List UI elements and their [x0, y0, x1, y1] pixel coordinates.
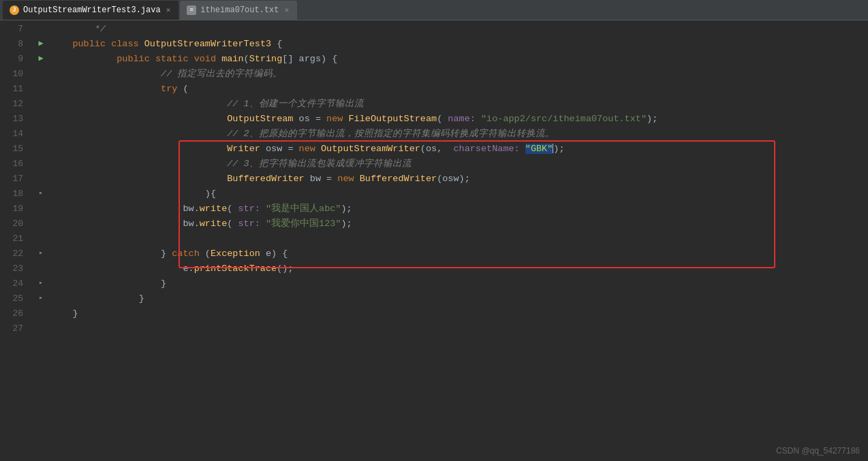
fold-arrow-18[interactable]: ▸: [39, 189, 43, 197]
tab-txt-close[interactable]: ✕: [283, 5, 290, 15]
ln-26: 26: [0, 306, 29, 321]
ln-11: 11: [0, 82, 29, 97]
ln-18: 18: [0, 187, 29, 202]
ln-15: 15: [0, 142, 29, 157]
gutter-27: [34, 320, 48, 335]
run-arrow-9[interactable]: ▶: [38, 53, 43, 63]
code-line-23: e.printStackTrace();: [48, 261, 868, 276]
gutter-8[interactable]: ▶: [34, 35, 48, 50]
gutter-26: [34, 305, 48, 320]
gutter-9[interactable]: ▶: [34, 50, 48, 65]
java-file-icon: J: [10, 5, 19, 15]
fold-arrow-25[interactable]: ▸: [39, 293, 43, 302]
gutter-7: [34, 20, 48, 35]
gutter-11: [34, 80, 48, 95]
gutter-16: [34, 155, 48, 170]
ln-23: 23: [0, 261, 29, 276]
ln-13: 13: [0, 112, 29, 127]
code-line-24: }: [48, 276, 868, 291]
tab-java-label: OutputStreamWriterTest3.java: [23, 5, 161, 15]
gutter-21: [34, 230, 48, 245]
gutter-15: [34, 140, 48, 155]
gutter-22[interactable]: ▸: [34, 245, 48, 260]
ln-20: 20: [0, 217, 29, 232]
ln-27: 27: [0, 321, 29, 336]
ln-10: 10: [0, 67, 29, 82]
ln-7: 7: [0, 22, 29, 37]
gutter-17: [34, 170, 48, 185]
code-line-25: }: [48, 291, 868, 306]
code-line-19: bw.write( str: "我是中国人abc");: [48, 202, 868, 217]
code-line-11: try (: [48, 82, 868, 97]
gutter-19: [34, 200, 48, 215]
ln-8: 8: [0, 37, 29, 52]
ln-19: 19: [0, 202, 29, 217]
gutter-23: [34, 260, 48, 275]
gutter-18[interactable]: ▸: [34, 185, 48, 200]
code-line-21: [48, 232, 868, 247]
gutter-10: [34, 65, 48, 80]
ln-12: 12: [0, 97, 29, 112]
ln-25: 25: [0, 291, 29, 306]
ln-9: 9: [0, 52, 29, 67]
code-content[interactable]: */ public class OutputStreamWriterTest3 …: [48, 20, 868, 461]
ln-17: 17: [0, 172, 29, 187]
ln-24: 24: [0, 276, 29, 291]
tab-java[interactable]: J OutputStreamWriterTest3.java ✕: [3, 1, 179, 20]
ln-21: 21: [0, 232, 29, 247]
code-line-13: OutputStream os = new FileOutputStream( …: [48, 112, 868, 127]
code-line-14: // 2、把原始的字节输出流，按照指定的字符集编码转换成字符输出转换流。: [48, 127, 868, 142]
ln-16: 16: [0, 157, 29, 172]
gutter-14: [34, 125, 48, 140]
code-area: 7 8 9 10 11 12 13 14 15 16 17 18 19 20 2…: [0, 20, 868, 461]
code-line-20: bw.write( str: "我爱你中国123");: [48, 217, 868, 232]
gutter-25[interactable]: ▸: [34, 290, 48, 305]
gutter-24[interactable]: ▸: [34, 275, 48, 290]
gutter: ▶ ▶ ▸ ▸ ▸ ▸: [34, 20, 48, 461]
tab-txt[interactable]: ≡ itheima07out.txt ✕: [180, 1, 297, 20]
code-line-9: public static void main(String[] args) {: [48, 52, 868, 67]
line-numbers: 7 8 9 10 11 12 13 14 15 16 17 18 19 20 2…: [0, 20, 34, 461]
code-line-26: }: [48, 306, 868, 321]
watermark: CSDN @qq_54277186: [776, 446, 860, 456]
code-line-18: ){: [48, 187, 868, 202]
run-arrow-8[interactable]: ▶: [38, 38, 43, 48]
ln-22: 22: [0, 247, 29, 261]
code-line-16: // 3、把字符输出流包装成缓冲字符输出流: [48, 157, 868, 172]
tab-bar: J OutputStreamWriterTest3.java ✕ ≡ ithei…: [0, 0, 868, 20]
tab-txt-label: itheima07out.txt: [200, 5, 279, 15]
ln-14: 14: [0, 127, 29, 142]
code-line-10: // 指定写出去的字符编码。: [48, 67, 868, 82]
gutter-20: [34, 215, 48, 230]
txt-file-icon: ≡: [187, 5, 196, 15]
code-line-17: BufferedWriter bw = new BufferedWriter(o…: [48, 172, 868, 187]
code-line-7: */: [48, 22, 868, 37]
fold-arrow-24[interactable]: ▸: [39, 279, 43, 287]
code-line-8: public class OutputStreamWriterTest3 {: [48, 37, 868, 52]
gutter-13: [34, 110, 48, 125]
tab-java-close[interactable]: ✕: [165, 5, 172, 15]
fold-arrow-22[interactable]: ▸: [39, 249, 43, 257]
code-line-27: [48, 321, 868, 336]
gutter-12: [34, 95, 48, 110]
code-line-15: Writer osw = new OutputStreamWriter(os, …: [48, 142, 868, 157]
code-line-12: // 1、创建一个文件字节输出流: [48, 97, 868, 112]
code-line-22: } catch (Exception e) {: [48, 247, 868, 261]
